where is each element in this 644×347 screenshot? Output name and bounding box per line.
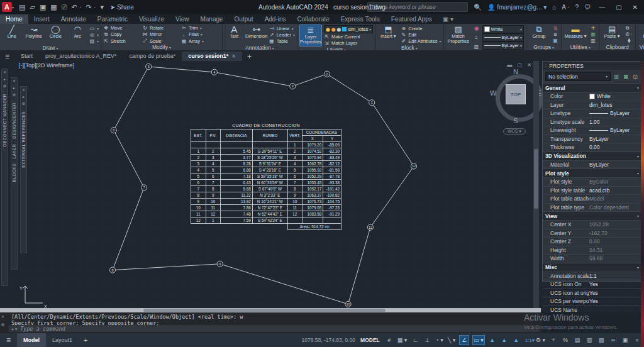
palette-title-designcenter[interactable]: DESIGNCENTER <box>12 102 16 139</box>
layer-select[interactable]: ⬤ ⬤ ⬤ dim_lotes ▾ <box>324 25 373 33</box>
quick-select-icon[interactable]: ✛ <box>591 25 596 31</box>
vertical-scrollbar-thumb[interactable] <box>534 149 538 209</box>
hatch-button[interactable]: ▧▾ <box>89 38 99 44</box>
copy-button[interactable]: ⧉Copy <box>103 31 142 38</box>
chevron-down-icon[interactable]: ▾ <box>589 45 591 50</box>
group-button[interactable]: ⧉Group <box>528 25 550 44</box>
property-row-linetype[interactable]: LinetypeByLayer <box>543 109 641 118</box>
ribbon-tab-visualize[interactable]: Visualize <box>133 14 170 24</box>
insert-button[interactable]: ⬒Insert ▾ <box>377 25 399 45</box>
linear-button[interactable]: ⊣Linear▾ <box>269 25 295 31</box>
line-button[interactable]: ╱Line <box>2 25 22 45</box>
base-button[interactable]: ◰Base <box>638 25 644 44</box>
trim-button[interactable]: ✂Trim▾ <box>181 25 220 31</box>
paste-button[interactable]: ▤Paste ▾ <box>601 25 623 44</box>
quick-properties-icon[interactable]: ▤ <box>573 336 582 344</box>
polar-tracking-icon[interactable]: ◔ ▾ <box>435 336 443 344</box>
open-icon[interactable]: ▱ <box>30 3 35 11</box>
wcs-menu[interactable]: WCS ▾ <box>503 128 526 135</box>
chevron-down-icon[interactable]: ▾ <box>416 46 418 50</box>
palette-title-layer[interactable]: LAYER <box>12 144 16 158</box>
palette-title-blocks[interactable]: BLOCKS <box>12 163 16 182</box>
palette-grip-icon[interactable]: ⁞ <box>545 63 547 69</box>
layout-tab-layout1[interactable]: Layout1 <box>46 333 79 347</box>
ribbon-tab-manage[interactable]: Manage <box>194 14 228 24</box>
command-input[interactable]: ▸▾ Type a command <box>9 325 540 332</box>
qat-more-icon[interactable]: ▾ <box>100 3 104 11</box>
property-row-plot-style[interactable]: Plot styleByColor <box>543 177 641 186</box>
ribbon-options-icon[interactable]: ▣ ▾ <box>438 14 458 24</box>
ribbon-tab-insert[interactable]: Insert <box>28 14 55 24</box>
app-store-icon[interactable]: ⌂ <box>552 4 556 11</box>
panel-groups-label[interactable]: Groups <box>533 44 551 50</box>
properties-gear-icon[interactable]: ⚙ <box>13 93 16 97</box>
property-row-plot-table-attache-[interactable]: Plot table attache...Model <box>543 194 641 203</box>
ribbon-tab-annotate[interactable]: Annotate <box>55 14 92 24</box>
close-icon[interactable]: ✕ <box>3 70 6 75</box>
infer-constraints-icon[interactable]: ∟ <box>411 336 419 344</box>
object-color-select[interactable]: White▾ <box>482 25 525 33</box>
clean-screen-icon[interactable]: ▣ <box>621 336 630 344</box>
property-row-ucs-per-viewport[interactable]: UCS per viewportYes <box>543 297 641 306</box>
annotation-autoscale-icon[interactable]: ▲ <box>500 336 509 344</box>
text-button[interactable]: AText <box>225 25 244 45</box>
color-wheel-icon[interactable]: ◉ <box>474 25 479 31</box>
property-row-annotation-scale[interactable]: Annotation scale1:1 <box>543 272 641 280</box>
section-header-misc[interactable]: Misc▾ <box>543 263 641 272</box>
property-row-thickness[interactable]: Thickness0.00 <box>543 143 641 151</box>
ribbon-tab-parametric[interactable]: Parametric <box>92 14 133 24</box>
autocad-logo-icon[interactable]: A <box>2 2 12 12</box>
viewcube[interactable]: N S W E TOP WCS ▾ <box>492 69 540 129</box>
stretch-button[interactable]: ⇱Stretch <box>103 38 142 44</box>
chevron-down-icon[interactable]: ▾ <box>272 46 274 50</box>
group-edit-icon[interactable]: ⧇ <box>554 31 557 38</box>
array-button[interactable]: ▦Array▾ <box>181 38 220 44</box>
select-objects-icon[interactable]: ⊠ <box>622 74 630 80</box>
autodesk-icon[interactable]: A · <box>562 4 569 11</box>
palette-title-dbconnect-manager[interactable]: DBCONNECT MANAGER <box>3 94 7 146</box>
close-button[interactable]: ✕ <box>630 4 640 11</box>
edit-attributes-button[interactable]: ✐Edit Attributes▾ <box>401 38 441 44</box>
section-header-plot-style[interactable]: Plot style▾ <box>543 168 641 177</box>
user-account[interactable]: 👤 fmanjarrez@g... ▾ <box>487 4 547 11</box>
property-row-center-z[interactable]: Center Z0.00 <box>543 237 641 246</box>
property-row-color[interactable]: ColorWhite <box>543 92 641 101</box>
undo-icon[interactable]: ↶ · <box>72 3 82 11</box>
new-layout-button[interactable]: + <box>79 336 92 344</box>
ribbon-tab-home[interactable]: Home <box>0 14 28 24</box>
arc-button[interactable]: ◠Arc <box>67 25 87 45</box>
cut-icon[interactable]: ⧀ · <box>625 31 632 38</box>
ribbon-tab-add-ins[interactable]: Add-ins <box>259 14 292 24</box>
section-header-general[interactable]: General▾ <box>543 83 641 92</box>
ortho-icon[interactable]: ⊥ <box>423 336 431 344</box>
customize-command-icon[interactable]: ⚙ <box>1 322 4 328</box>
annotation-visibility-icon[interactable]: ▲ <box>488 336 497 344</box>
command-line[interactable]: ✕ ⚙ [All/Center/Dynamic/Extents/Previous… <box>0 312 542 333</box>
graphics-performance-icon[interactable]: ∞ <box>609 336 618 344</box>
search-input[interactable]: Type a keyword or phrase <box>367 2 468 12</box>
horizontal-scrollbar-thumb[interactable] <box>143 309 386 312</box>
workspace-icon[interactable]: ⚙ ▾ <box>535 336 546 344</box>
chat-icon[interactable]: 🗩 <box>584 4 591 11</box>
save-icon[interactable]: ▣ <box>40 3 46 11</box>
table-button[interactable]: ▦Table <box>269 38 295 44</box>
property-row-linetype-scale[interactable]: Linetype scale1.00 <box>543 118 641 126</box>
ellipse-button[interactable]: ◎▾ <box>89 31 99 38</box>
ribbon-tab-output[interactable]: Output <box>229 14 259 24</box>
lineweight-select[interactable]: ByLayer▾ <box>482 33 525 41</box>
linetype-select[interactable]: ByLayer▾ <box>482 41 525 50</box>
restore-button[interactable]: ▢ <box>613 4 624 11</box>
panel-view-label[interactable]: View <box>640 44 644 50</box>
section-header-view[interactable]: View▾ <box>543 211 641 220</box>
properties-gear-icon[interactable]: ⚙ <box>22 102 25 106</box>
palette-bar-1[interactable]: ✕▸⚙DESIGNCENTERLAYERBLOCKS <box>11 77 18 270</box>
lineweight-icon[interactable]: ≡ <box>475 35 478 41</box>
snap-icon[interactable]: ▦ ▾ <box>397 336 408 344</box>
close-icon[interactable]: ✕ <box>13 79 16 84</box>
fillet-button[interactable]: ◟Fillet▾ <box>181 31 220 38</box>
rotate-button[interactable]: ↻Rotate <box>142 25 181 31</box>
object-snap-icon[interactable]: ▭ ▾ <box>472 335 485 345</box>
close-command-icon[interactable]: ✕ <box>1 314 4 319</box>
ribbon-tab-express-tools[interactable]: Express Tools <box>335 14 386 24</box>
lock-ui-icon[interactable]: ▥ <box>585 336 594 344</box>
